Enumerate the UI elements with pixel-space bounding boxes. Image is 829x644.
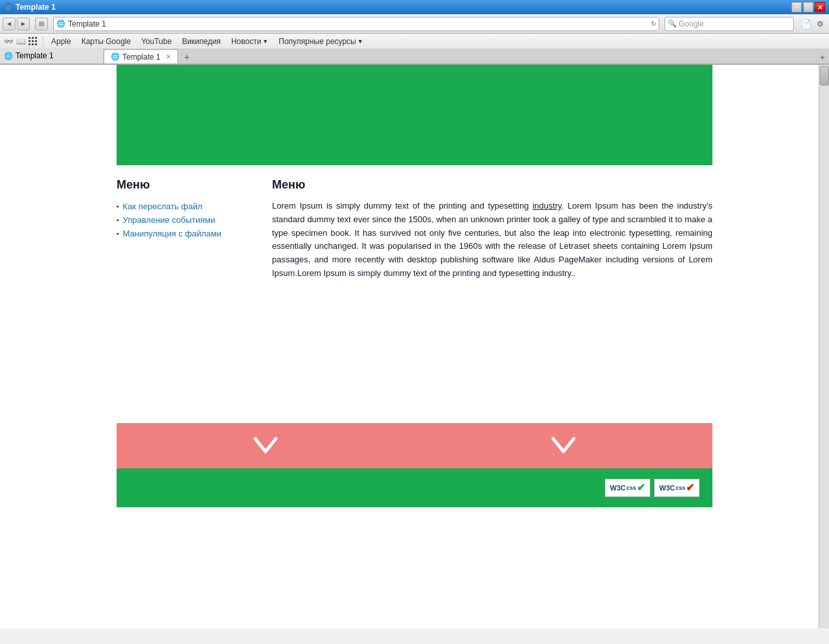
reader-icon[interactable]: 👓 <box>4 37 14 46</box>
new-tab-button[interactable]: + <box>181 51 194 63</box>
list-item: Управление событиями <box>117 213 246 227</box>
search-bar[interactable]: 🔍 Google <box>664 17 794 31</box>
bookmarks-separator <box>43 36 43 47</box>
add-page-button[interactable]: ⊞ <box>35 17 48 30</box>
bookmarks-bar: 👓 📖 Apple Карты Google YouTube Википедия… <box>0 34 829 49</box>
menu-link-1[interactable]: Как переслать файл <box>123 201 203 211</box>
url-bar[interactable]: 🌐 Template 1 ↻ <box>53 17 659 31</box>
reading-list-icon[interactable]: 📖 <box>16 37 26 46</box>
webpage: Меню Как переслать файл Управление событ… <box>0 65 829 628</box>
chevron-down-icon: ▼ <box>262 38 268 45</box>
title-bar-icon <box>4 3 13 12</box>
industry-link[interactable]: industry <box>532 201 562 211</box>
left-menu-title: Меню <box>117 178 246 192</box>
sidebar-item[interactable]: 🌐 Template 1 <box>0 48 104 63</box>
window-title: Template 1 <box>16 3 56 12</box>
tab-label: Template 1 <box>122 52 161 62</box>
apps-icon[interactable] <box>28 37 38 46</box>
tab-close-icon[interactable]: ✕ <box>166 53 171 60</box>
forward-button[interactable]: ► <box>17 17 30 30</box>
tab-globe-icon: 🌐 <box>111 52 120 61</box>
scrollbar-thumb[interactable] <box>820 66 829 86</box>
chevron-left[interactable] <box>117 436 414 455</box>
w3c-css-badge-1: W3C css ✔ <box>605 479 650 497</box>
bookmark-save-button[interactable]: 📄 <box>799 17 812 30</box>
chevron-down-icon: ▼ <box>358 38 363 45</box>
content-area: Меню Как переслать файл Управление событ… <box>117 165 712 293</box>
bookmark-wikipedia[interactable]: Википедия <box>177 36 226 47</box>
bookmark-news[interactable]: Новости ▼ <box>226 36 273 47</box>
left-menu-list: Как переслать файл Управление событиями … <box>117 200 246 240</box>
right-content: Меню Lorem Ipsum is simply dummy text of… <box>272 178 712 281</box>
bookmark-popular[interactable]: Популярные ресурсы ▼ <box>273 36 368 47</box>
url-text: Template 1 <box>68 19 648 29</box>
chevron-right[interactable] <box>414 436 712 455</box>
url-globe-icon: 🌐 <box>56 19 65 28</box>
green-footer: W3C css ✔ W3C css ✔ <box>117 468 712 507</box>
bookmark-youtube[interactable]: YouTube <box>136 36 177 47</box>
globe-icon: 🌐 <box>4 52 13 60</box>
green-header-banner <box>117 65 712 165</box>
bookmark-google-maps[interactable]: Карты Google <box>76 36 136 47</box>
active-tab[interactable]: 🌐 Template 1 ✕ <box>104 49 178 63</box>
menu-link-3[interactable]: Манипуляция с файлами <box>123 229 221 238</box>
search-icon: 🔍 <box>668 19 677 28</box>
close-button[interactable]: ✕ <box>815 2 825 12</box>
restore-button[interactable]: □ <box>803 2 813 12</box>
pink-section <box>117 423 712 468</box>
nav-bar: ◄ ► ⊞ 🌐 Template 1 ↻ 🔍 Google 📄 ⚙ <box>0 14 829 34</box>
right-content-title: Меню <box>272 178 712 192</box>
search-placeholder: Google <box>679 19 704 29</box>
sidebar-tab-label: Template 1 <box>16 51 54 60</box>
settings-button[interactable]: ⚙ <box>813 17 826 30</box>
refresh-button[interactable]: ↻ <box>651 20 656 27</box>
title-bar: Template 1 ─ □ ✕ <box>0 0 829 14</box>
content-paragraph: Lorem Ipsum is simply dummy text of the … <box>272 200 712 281</box>
vertical-scrollbar[interactable] <box>819 65 829 628</box>
back-button[interactable]: ◄ <box>3 17 16 30</box>
bookmark-apple[interactable]: Apple <box>46 36 76 47</box>
list-item: Манипуляция с файлами <box>117 227 246 240</box>
tab-bar-add-button[interactable]: + <box>816 51 829 63</box>
left-menu: Меню Как переслать файл Управление событ… <box>117 178 246 281</box>
minimize-button[interactable]: ─ <box>791 2 802 12</box>
list-item: Как переслать файл <box>117 200 246 213</box>
menu-link-2[interactable]: Управление событиями <box>123 215 216 225</box>
w3c-css-badge-2: W3C css ✔ <box>654 479 699 497</box>
